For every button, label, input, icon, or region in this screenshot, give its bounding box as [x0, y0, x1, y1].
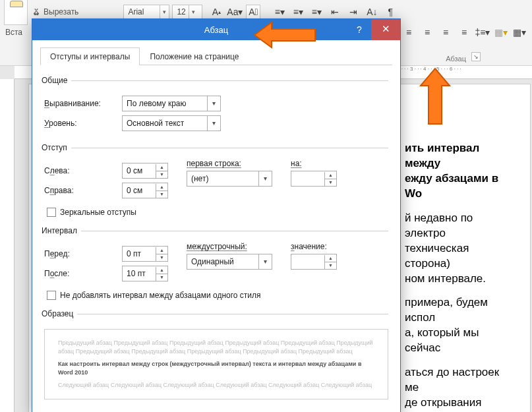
preview-after: Следующий абзац Следующий абзац Следующи…	[58, 381, 374, 390]
close-button[interactable]: ✕	[371, 19, 400, 40]
label-value: значение:	[291, 242, 337, 251]
label-indent-right: Справа:	[44, 186, 115, 195]
change-case-icon[interactable]: Aa▾	[227, 5, 242, 19]
cut-button[interactable]: Вырезать	[32, 7, 78, 16]
doc-paragraph: й недавно по электротехническая сторона)…	[405, 211, 510, 287]
paragraph-dialog-launcher[interactable]: ↘	[471, 52, 481, 61]
dialog-titlebar[interactable]: Абзац ? ✕	[32, 19, 400, 40]
first-line-by-spinner[interactable]: ▲▼	[291, 171, 337, 187]
preview-before: Предыдущий абзац Предыдущий абзац Предыд…	[58, 339, 374, 356]
bullets-icon[interactable]: ≡▾	[272, 5, 287, 19]
shading-icon[interactable]: ▦▾	[494, 25, 508, 40]
line-spacing-combo[interactable]: Одинарный ▾	[187, 254, 272, 270]
alignment-value: По левому краю	[123, 99, 207, 108]
scissors-icon	[32, 7, 41, 16]
chevron-down-icon: ▾	[160, 5, 169, 18]
label-after: После:	[44, 269, 115, 278]
chevron-down-icon: ▾	[258, 254, 272, 269]
font-icons-group: A▴ Aa▾ A⃠	[209, 5, 260, 19]
outline-level-value: Основной текст	[123, 119, 207, 128]
label-line-spacing: междустрочный:	[187, 242, 272, 251]
increase-indent-icon[interactable]: ⇥	[346, 5, 361, 19]
mirror-indents-label: Зеркальные отступы	[60, 208, 136, 217]
spin-up-icon[interactable]: ▲	[156, 247, 167, 254]
group-general: Общие ВВыравнивание:ыравнивание: По лево…	[44, 76, 388, 136]
pilcrow-icon[interactable]: ¶	[383, 5, 398, 19]
group-indent: Отступ Слева: 0 см ▲▼ Справа: 0 см	[44, 143, 388, 220]
label-before: Перед:	[44, 249, 115, 258]
font-size-value: 12	[173, 7, 188, 16]
chevron-down-icon: ▾	[258, 171, 272, 186]
no-space-same-style-checkbox[interactable]: Не добавлять интервал между абзацами одн…	[47, 291, 388, 300]
font-name-value: Arial	[124, 7, 160, 16]
spin-up-icon[interactable]: ▲	[156, 184, 167, 191]
outline-level-combo[interactable]: Основной текст ▾	[122, 115, 221, 131]
spin-down-icon[interactable]: ▼	[325, 179, 336, 186]
spin-down-icon[interactable]: ▼	[156, 191, 167, 198]
mirror-indents-checkbox[interactable]: Зеркальные отступы	[47, 208, 388, 217]
justify-icon[interactable]: ≡	[457, 25, 471, 40]
borders-icon[interactable]: ▦▾	[512, 25, 527, 40]
align-center-icon[interactable]: ≡	[420, 25, 434, 40]
spin-down-icon[interactable]: ▼	[156, 274, 167, 281]
spin-up-icon[interactable]: ▲	[325, 172, 336, 179]
label-by: на:	[291, 159, 337, 168]
spin-up-icon[interactable]: ▲	[325, 255, 336, 262]
doc-paragraph: аться до настроек меде открывания окошкн…	[405, 365, 510, 412]
doc-heading: ить интервал междуежду абзацами в Wo	[405, 141, 510, 202]
clear-format-icon[interactable]: A⃠	[246, 5, 260, 19]
help-button[interactable]: ?	[347, 19, 371, 40]
first-line-combo[interactable]: (нет) ▾	[187, 171, 272, 187]
paste-label: Вста	[5, 28, 22, 37]
line-spacing-icon[interactable]: ‡≡▾	[475, 25, 490, 40]
legend-spacing: Интервал	[42, 226, 81, 235]
spin-down-icon[interactable]: ▼	[156, 171, 167, 178]
legend-general: Общие	[42, 76, 71, 85]
label-first-line: первая строка:	[187, 159, 272, 168]
no-space-label: Не добавлять интервал между абзацами одн…	[60, 291, 261, 300]
group-spacing: Интервал Перед: 0 пт ▲▼ После: 10 пт	[44, 226, 388, 303]
group-preview: Образец Предыдущий абзац Предыдущий абза…	[44, 309, 388, 405]
paragraph-icons-group: ≡▾ ≡▾ ≡▾ ⇤ ⇥ A↓ ¶	[272, 5, 398, 19]
chevron-down-icon: ▾	[189, 5, 198, 18]
dialog-title: Абзац	[204, 25, 228, 35]
cut-label: Вырезать	[44, 7, 78, 16]
paragraph-dialog: Абзац ? ✕ Отступы и интервалы Положение …	[32, 18, 401, 412]
preview-box: Предыдущий абзац Предыдущий абзац Предыд…	[44, 329, 388, 399]
preview-sample: Как настроить интервал между строк (межд…	[58, 360, 374, 377]
grow-font-icon[interactable]: A▴	[209, 5, 223, 19]
spin-down-icon[interactable]: ▼	[156, 254, 167, 261]
chevron-down-icon: ▾	[207, 116, 220, 131]
legend-preview: Образец	[42, 309, 77, 318]
group-label-paragraph: Абзац	[446, 55, 466, 63]
font-size-combo[interactable]: 12 ▾	[172, 5, 202, 19]
font-name-combo[interactable]: Arial ▾	[123, 5, 169, 19]
paste-icon[interactable]	[4, 0, 28, 25]
indent-right-spinner[interactable]: 0 см ▲▼	[122, 183, 168, 198]
line-spacing-value-spinner[interactable]: ▲▼	[291, 254, 337, 270]
spin-up-icon[interactable]: ▲	[156, 164, 167, 171]
alignment-combo[interactable]: По левому краю ▾	[122, 96, 221, 111]
tab-indents-spacing[interactable]: Отступы и интервалы	[40, 47, 140, 65]
numbering-icon[interactable]: ≡▾	[291, 5, 305, 19]
dialog-tabs: Отступы и интервалы Положение на страниц…	[40, 47, 392, 65]
align-right-icon[interactable]: ≡	[438, 25, 453, 40]
space-after-spinner[interactable]: 10 пт ▲▼	[122, 266, 168, 281]
multilevel-icon[interactable]: ≡▾	[309, 5, 324, 19]
align-left-icon[interactable]: ≡	[401, 25, 416, 40]
vertical-ruler[interactable]	[0, 79, 15, 412]
doc-paragraph: примера, будем испола, который мы сейчас	[405, 295, 510, 356]
chevron-down-icon: ▾	[207, 96, 220, 111]
checkbox-icon	[47, 291, 56, 300]
legend-indent: Отступ	[42, 143, 71, 152]
decrease-indent-icon[interactable]: ⇤	[328, 5, 342, 19]
spin-down-icon[interactable]: ▼	[325, 262, 336, 269]
indent-left-spinner[interactable]: 0 см ▲▼	[122, 163, 168, 179]
spin-up-icon[interactable]: ▲	[156, 267, 167, 274]
label-outline-level: Уровень:	[44, 119, 115, 128]
space-before-spinner[interactable]: 0 пт ▲▼	[122, 246, 168, 262]
checkbox-icon	[47, 208, 56, 217]
paragraph-icons-row2: ≡ ≡ ≡ ≡ ‡≡▾ ▦▾ ▦▾	[401, 25, 527, 40]
tab-line-page-breaks[interactable]: Положение на странице	[140, 47, 249, 65]
sort-icon[interactable]: A↓	[365, 5, 379, 19]
